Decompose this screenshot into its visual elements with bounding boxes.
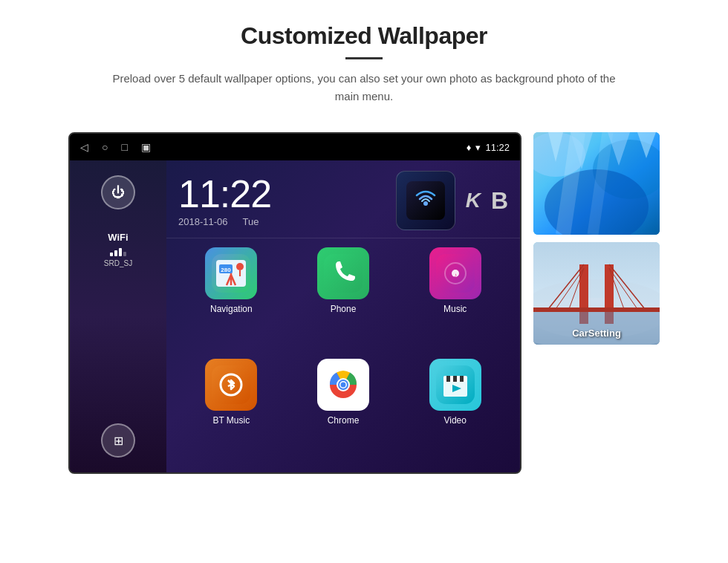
bt-svg [212,365,250,404]
sidebar: ⏻ WiFi SRD_SJ [70,160,166,472]
power-icon: ⏻ [111,185,125,201]
bt-music-label: BT Music [212,415,250,426]
wifi-status-icon: ▾ [475,142,481,153]
widget-area: K B [396,171,508,230]
back-icon[interactable]: ◁ [80,141,88,153]
chrome-svg [324,365,363,404]
apps-grid-icon: ⊞ [114,434,123,448]
wifi-bars [104,246,132,256]
bar3 [119,248,122,256]
radio-widget[interactable] [396,171,455,230]
day-text: Tue [243,216,259,227]
page-title: Customized Wallpaper [104,22,624,50]
bar4 [123,252,126,256]
b-icon: B [491,187,508,215]
wallpaper-bridge[interactable]: CarSetting [533,242,660,345]
wifi-ssid: SRD_SJ [104,259,132,267]
svg-text:280: 280 [221,267,232,273]
app-item-phone[interactable]: Phone [290,247,397,353]
status-right: ♦ ▾ 11:22 [467,142,510,153]
chrome-icon [317,359,369,411]
music-svg: ♪ [436,254,475,293]
navigation-icon: 280 [205,247,257,299]
svg-rect-22 [446,376,450,382]
svg-point-0 [423,201,428,206]
apps-grid-button[interactable]: ⊞ [101,423,135,458]
device-mockup: ◁ ○ □ ▣ ♦ ▾ 11:22 ⏻ [68,132,521,474]
signal-svg [412,187,439,214]
wallpaper-panel: CarSetting [533,132,660,345]
main-area: 11:22 2018-11-06 Tue [166,160,520,472]
svg-text:♪: ♪ [454,272,457,279]
title-divider [345,57,383,59]
phone-icon [317,247,369,299]
date-text: 2018-11-06 [178,216,228,227]
app-item-bt-music[interactable]: BT Music [178,359,285,464]
app-item-music[interactable]: ♪ Music [402,247,508,353]
wallpaper-ice-cave[interactable] [533,132,660,235]
content-area: ◁ ○ □ ▣ ♦ ▾ 11:22 ⏻ [68,132,660,474]
recent-icon[interactable]: □ [121,141,127,153]
svg-rect-23 [453,376,457,382]
phone-label: Phone [331,304,357,314]
title-section: Customized Wallpaper Preload over 5 defa… [104,22,624,105]
app-grid: 280 Navigation [166,238,520,472]
video-svg [436,365,475,404]
home-icon[interactable]: ○ [102,141,108,153]
radio-icon [406,181,445,220]
app-item-video[interactable]: Video [402,359,508,464]
sidebar-top: ⏻ WiFi SRD_SJ [101,175,135,267]
svg-rect-24 [460,376,464,382]
bt-music-icon [205,359,257,411]
status-time: 11:22 [485,142,510,153]
nav-svg: 280 [212,254,250,293]
app-item-navigation[interactable]: 280 Navigation [178,247,285,353]
navigation-label: Navigation [210,304,253,314]
page-container: Customized Wallpaper Preload over 5 defa… [0,0,728,563]
chrome-label: Chrome [328,415,360,426]
ice-cave-svg [533,132,660,235]
screenshot-icon[interactable]: ▣ [141,141,151,153]
bar1 [110,253,113,256]
svg-point-18 [340,382,345,387]
page-subtitle: Preload over 5 default wallpaper options… [104,70,624,105]
video-icon [429,359,481,411]
clock-date: 2018-11-06 Tue [178,216,381,227]
power-button[interactable]: ⏻ [101,175,135,209]
clock-time: 11:22 [178,175,381,213]
wifi-info: WiFi SRD_SJ [104,232,132,267]
app-item-chrome[interactable]: Chrome [290,359,397,464]
music-icon: ♪ [429,247,481,299]
clock-block: 11:22 2018-11-06 Tue [178,175,381,227]
phone-svg [324,254,363,293]
status-bar: ◁ ○ □ ▣ ♦ ▾ 11:22 [70,134,520,160]
svg-point-5 [236,263,244,270]
wifi-label: WiFi [104,232,132,243]
video-label: Video [443,415,466,426]
clock-section: 11:22 2018-11-06 Tue [166,160,520,238]
k-icon: K [466,189,481,212]
carsetting-label: CarSetting [533,328,660,339]
nav-icons: ◁ ○ □ ▣ [80,141,151,153]
bar2 [114,250,117,256]
svg-rect-45 [533,307,660,312]
screen-content: ⏻ WiFi SRD_SJ [70,160,520,472]
svg-rect-6 [324,254,363,293]
location-icon: ♦ [467,142,472,153]
music-label: Music [443,304,467,314]
